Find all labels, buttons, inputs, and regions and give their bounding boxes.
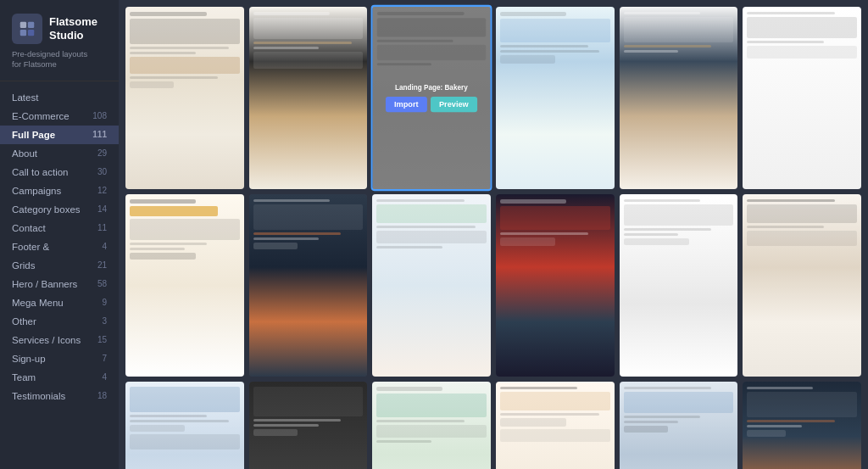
nav-label: Call to action [12, 167, 68, 177]
svg-rect-1 [28, 22, 34, 28]
sidebar-item-calltoaction[interactable]: Call to action30 [0, 163, 119, 181]
sidebar-item-latest[interactable]: Latest [0, 88, 119, 107]
template-grid: Landing Page: Bakery Import Preview [125, 7, 861, 469]
template-item-13[interactable] [125, 382, 244, 469]
nav-count: 14 [97, 204, 107, 214]
sidebar-item-categoryboxes[interactable]: Category boxes14 [0, 200, 119, 219]
nav-label: Category boxes [12, 204, 81, 215]
sidebar-header: Flatsome Studio Pre-designed layoutsfor … [0, 0, 119, 81]
sidebar-item-ecommerce[interactable]: E-Commerce108 [0, 107, 119, 126]
logo-subtitle: Pre-designed layoutsfor Flatsome [12, 49, 107, 70]
sidebar: Flatsome Studio Pre-designed layoutsfor … [0, 0, 119, 469]
template-item-16[interactable] [496, 382, 615, 469]
sidebar-item-servicesicons[interactable]: Services / Icons15 [0, 331, 119, 349]
template-item-17[interactable] [620, 382, 738, 469]
logo-container: Flatsome Studio [12, 14, 107, 44]
svg-rect-0 [20, 22, 26, 28]
template-item-1[interactable] [125, 7, 244, 189]
sidebar-item-signup[interactable]: Sign-up7 [0, 349, 119, 368]
nav-label: Other [12, 316, 36, 327]
template-item-12[interactable] [743, 194, 861, 377]
nav-count: 12 [97, 186, 107, 195]
template-item-3[interactable]: Landing Page: Bakery Import Preview [371, 5, 492, 191]
nav-label: E-Commerce [12, 111, 70, 121]
nav-count: 29 [97, 148, 107, 158]
nav-label: Services / Icons [12, 335, 81, 345]
svg-rect-3 [28, 30, 34, 36]
nav-count: 30 [97, 167, 107, 176]
nav-label: Mega Menu [12, 298, 64, 308]
nav-count: 58 [97, 279, 107, 288]
nav-label: Campaigns [12, 186, 61, 196]
template-item-2[interactable] [249, 7, 368, 189]
nav-count: 18 [97, 391, 107, 400]
main-content: Landing Page: Bakery Import Preview [119, 0, 868, 469]
template-item-7[interactable] [125, 194, 244, 377]
sidebar-item-about[interactable]: About29 [0, 144, 119, 163]
template-item-6[interactable] [743, 7, 861, 189]
sidebar-item-other[interactable]: Other3 [0, 312, 119, 331]
sidebar-item-herobanners[interactable]: Hero / Banners58 [0, 275, 119, 293]
sidebar-item-fullpage[interactable]: Full Page111 [0, 126, 119, 144]
nav-label: Contact [12, 223, 46, 233]
template-item-5[interactable] [620, 7, 738, 189]
sidebar-item-campaigns[interactable]: Campaigns12 [0, 181, 119, 200]
overlay-buttons: Import Preview [386, 97, 477, 112]
template-item-10[interactable] [496, 194, 615, 377]
sidebar-item-team[interactable]: Team4 [0, 368, 119, 387]
nav-count: 9 [102, 298, 107, 307]
overlay-title: Landing Page: Bakery [392, 84, 471, 92]
svg-rect-2 [20, 30, 26, 36]
nav-label: Testimonials [12, 391, 65, 401]
nav-label: Sign-up [12, 354, 46, 364]
sidebar-nav: LatestE-Commerce108Full Page111About29Ca… [0, 81, 119, 412]
nav-label: Footer & [12, 242, 49, 252]
nav-count: 11 [97, 223, 107, 232]
nav-label: About [12, 148, 37, 159]
template-item-8[interactable] [249, 194, 368, 377]
nav-count: 4 [102, 242, 107, 251]
nav-count: 3 [102, 316, 107, 326]
template-item-4[interactable] [496, 7, 615, 189]
template-item-14[interactable] [249, 382, 368, 469]
nav-label: Grids [12, 260, 35, 271]
template-item-15[interactable] [372, 382, 491, 469]
logo-icon [12, 14, 42, 44]
nav-label: Hero / Banners [12, 279, 77, 289]
nav-count: 21 [97, 260, 107, 270]
sidebar-item-contact[interactable]: Contact11 [0, 219, 119, 237]
nav-count: 15 [97, 335, 107, 344]
template-item-18[interactable] [743, 382, 861, 469]
sidebar-item-megamenu[interactable]: Mega Menu9 [0, 293, 119, 312]
sidebar-item-footer[interactable]: Footer &4 [0, 237, 119, 256]
nav-label: Team [12, 372, 36, 382]
nav-label: Latest [12, 92, 38, 103]
sidebar-item-testimonials[interactable]: Testimonials18 [0, 387, 119, 405]
nav-count: 4 [102, 372, 107, 382]
sidebar-item-grids[interactable]: Grids21 [0, 256, 119, 275]
preview-button[interactable]: Preview [431, 97, 477, 112]
template-overlay: Landing Page: Bakery Import Preview [373, 7, 490, 189]
nav-count: 108 [92, 111, 107, 120]
logo-title: Flatsome Studio [49, 15, 107, 42]
template-item-11[interactable] [620, 194, 738, 377]
nav-count: 111 [92, 130, 107, 139]
nav-label: Full Page [12, 130, 55, 140]
import-button[interactable]: Import [386, 97, 427, 112]
template-item-9[interactable] [372, 194, 491, 377]
nav-count: 7 [102, 354, 107, 363]
